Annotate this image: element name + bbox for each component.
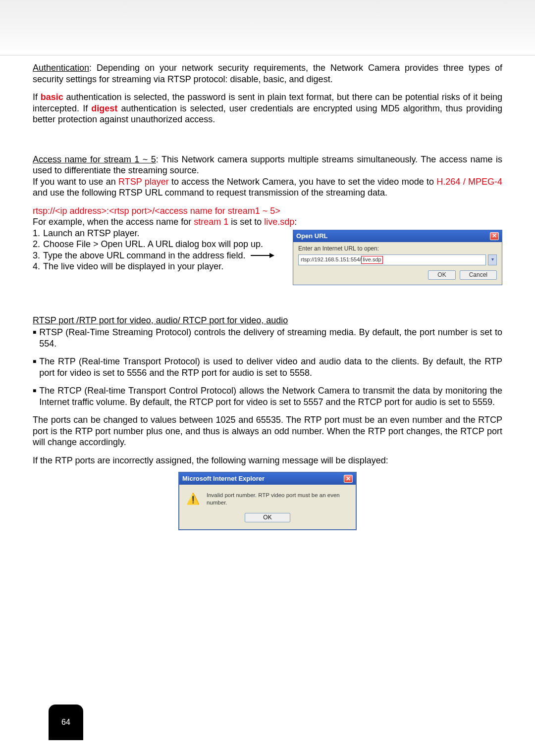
step-number: 1. — [33, 228, 40, 239]
warning-message: Invalid port number. RTP video port must… — [207, 492, 349, 506]
step-number: 2. — [33, 239, 40, 250]
ports-note: The ports can be changed to values betwe… — [33, 414, 502, 448]
rtsp-player-keyword: RTSP player — [118, 177, 169, 187]
step-1: 1. Launch an RTSP player. — [33, 228, 287, 239]
dialog-body: Enter an Internet URL to open: rtsp://19… — [293, 242, 502, 285]
step-4: 4. The live video will be displayed in y… — [33, 261, 287, 272]
step-number: 3. — [33, 250, 40, 261]
bullet-icon: ■ — [33, 356, 36, 367]
warning-buttons: OK — [179, 513, 356, 529]
warning-dialog: Microsoft Internet Explorer ✕ ⚠️ Invalid… — [178, 472, 357, 530]
auth-para: Authentication: Depending on your networ… — [33, 62, 502, 85]
step-text: Type the above URL command in the addres… — [43, 250, 246, 261]
bullet-text: The RTP (Real-time Transport Protocol) i… — [39, 356, 502, 378]
text: : — [294, 217, 297, 227]
ports-heading: RTSP port /RTP port for video, audio/ RT… — [33, 315, 502, 326]
ports-bullet-3: ■ The RTCP (Real-time Transport Control … — [33, 385, 502, 407]
basic-keyword: basic — [41, 92, 63, 102]
warning-icon: ⚠️ — [186, 492, 200, 506]
header-gradient — [0, 0, 535, 55]
step-text: Launch an RTSP player. — [43, 228, 139, 239]
ok-button[interactable]: OK — [428, 270, 455, 280]
close-icon[interactable]: ✕ — [490, 232, 499, 240]
step-number: 4. — [33, 261, 40, 272]
rtsp-para: If you want to use an RTSP player to acc… — [33, 176, 502, 199]
page-number-tab: 64 — [49, 705, 83, 740]
text: If you want to use an — [33, 177, 118, 187]
dialog-buttons: OK Cancel — [298, 270, 497, 280]
dropdown-icon[interactable]: ▾ — [488, 254, 497, 265]
warning-titlebar: Microsoft Internet Explorer ✕ — [179, 473, 356, 485]
auth-heading: Authentication — [33, 63, 89, 73]
warning-body: ⚠️ Invalid port number. RTP video port m… — [179, 485, 356, 513]
text: For example, when the access name for — [33, 217, 194, 227]
open-url-dialog: Open URL ✕ Enter an Internet URL to open… — [293, 230, 502, 285]
access-heading: Access name for stream 1 ~ 5 — [33, 154, 156, 164]
url-input-prefix: rtsp://192.168.5.151:554/ — [301, 256, 361, 263]
close-icon[interactable]: ✕ — [344, 475, 353, 483]
url-input-row: rtsp://192.168.5.151:554/live.sdp ▾ — [298, 254, 497, 265]
bullet-icon: ■ — [33, 385, 36, 396]
text: is set to — [228, 217, 264, 227]
step-3: 3. Type the above URL command in the add… — [33, 250, 287, 261]
dialog-title: Open URL — [296, 232, 328, 240]
ok-button[interactable]: OK — [245, 513, 290, 522]
arrow-icon — [251, 252, 274, 259]
access-para: Access name for stream 1 ~ 5: This Netwo… — [33, 154, 502, 176]
example-line: For example, when the access name for st… — [33, 216, 502, 228]
url-input-highlight: live.sdp — [361, 256, 382, 264]
text: If — [33, 92, 41, 102]
document-body: Authentication: Depending on your networ… — [0, 55, 535, 530]
bullet-text: RTSP (Real-Time Streaming Protocol) cont… — [39, 327, 502, 349]
bullet-icon: ■ — [33, 327, 36, 338]
rtsp-url-format: rtsp://<ip address>:<rtsp port>/<access … — [33, 205, 502, 217]
codec-keyword: H.264 / MPEG-4 — [436, 177, 502, 187]
page-number: 64 — [61, 718, 70, 727]
dialog-label: Enter an Internet URL to open: — [298, 245, 497, 252]
step-text: Choose File > Open URL. A URL dialog box… — [43, 239, 263, 250]
livesdp-keyword: live.sdp — [264, 217, 294, 227]
text: and use the following RTSP URL command t… — [33, 188, 387, 198]
cancel-button[interactable]: Cancel — [460, 270, 497, 280]
step-text: The live video will be displayed in your… — [43, 261, 223, 272]
auth-text: : Depending on your network security req… — [33, 63, 502, 84]
stream1-keyword: stream 1 — [194, 217, 228, 227]
access-para-block: Access name for stream 1 ~ 5: This Netwo… — [33, 154, 502, 199]
basic-digest-para: If basic authentication is selected, the… — [33, 92, 502, 125]
text: to access the Network Camera, you have t… — [169, 177, 437, 187]
step-2: 2. Choose File > Open URL. A URL dialog … — [33, 239, 287, 250]
bullet-text: The RTCP (Real-time Transport Control Pr… — [39, 385, 502, 407]
warn-intro: If the RTP ports are incorrectly assigne… — [33, 455, 502, 466]
ports-bullet-2: ■ The RTP (Real-time Transport Protocol)… — [33, 356, 502, 378]
digest-keyword: digest — [91, 103, 117, 113]
ports-bullet-1: ■ RTSP (Real-Time Streaming Protocol) co… — [33, 327, 502, 349]
warning-title: Microsoft Internet Explorer — [182, 475, 265, 483]
svg-marker-1 — [269, 253, 274, 258]
dialog-titlebar: Open URL ✕ — [293, 230, 502, 242]
url-input[interactable]: rtsp://192.168.5.151:554/live.sdp — [298, 254, 486, 265]
